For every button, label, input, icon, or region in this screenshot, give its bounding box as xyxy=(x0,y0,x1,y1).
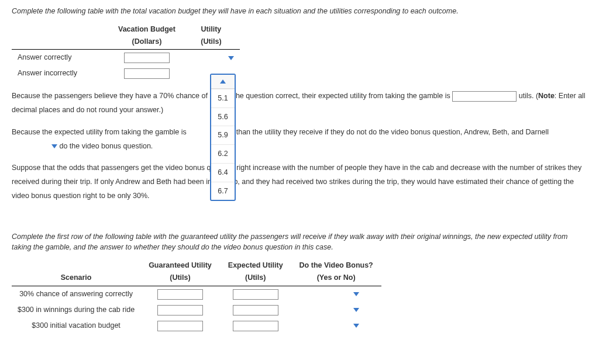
text-fragment: do the video bonus question. xyxy=(59,142,153,150)
row-answer-correctly: Answer correctly xyxy=(12,50,111,66)
dropdown-option[interactable]: 5.6 xyxy=(211,108,235,126)
dropdown-collapse-tab[interactable] xyxy=(211,75,235,89)
col-utility-sub: (Utils) xyxy=(183,36,240,50)
input-expected-utility[interactable] xyxy=(452,91,517,102)
col-guaranteed: Guaranteed Utility xyxy=(140,259,220,272)
dropdown-option[interactable]: 5.9 xyxy=(211,126,235,144)
col-scenario: Scenario xyxy=(12,272,140,286)
input-budget-correct[interactable] xyxy=(124,53,170,63)
note-label: Note xyxy=(538,92,555,100)
input-expected-1[interactable] xyxy=(233,305,278,316)
table-scenarios: Guaranteed Utility Expected Utility Do t… xyxy=(12,259,381,334)
text-fragment: utils. ( xyxy=(519,92,538,100)
dropdown-do-bonus-2[interactable] xyxy=(314,320,359,331)
instruction-2: Complete the first row of the following … xyxy=(12,231,587,254)
chevron-up-icon xyxy=(220,79,226,84)
col-expected-sub: (Utils) xyxy=(220,272,291,286)
scenario-label: $300 initial vacation budget xyxy=(12,318,140,334)
col-do-bonus: Do the Video Bonus? xyxy=(291,259,381,272)
input-guaranteed-0[interactable] xyxy=(157,289,203,300)
dropdown-do-bonus-1[interactable] xyxy=(314,304,359,316)
paragraph-expected-utility: Because the passengers believe they have… xyxy=(12,89,587,117)
dropdown-option[interactable]: 6.7 xyxy=(211,182,235,200)
input-budget-incorrect[interactable] xyxy=(124,68,170,79)
scenario-label: $300 in winnings during the cab ride xyxy=(12,302,140,318)
dropdown-utility-incorrect-menu[interactable]: 5.1 5.6 5.9 6.2 6.4 6.7 xyxy=(210,74,236,201)
input-expected-2[interactable] xyxy=(233,321,278,331)
table-row: 30% chance of answering correctly xyxy=(12,286,381,302)
chevron-down-icon xyxy=(228,56,234,60)
paragraph-comparison: Because the expected utility from taking… xyxy=(12,126,587,154)
instruction-1: Complete the following table with the to… xyxy=(12,6,587,17)
input-guaranteed-2[interactable] xyxy=(157,321,203,331)
col-vacation-budget-sub: (Dollars) xyxy=(111,36,183,50)
text-fragment: than the utility they receive if they do… xyxy=(236,128,549,136)
dropdown-do-bonus-0[interactable] xyxy=(314,289,359,300)
col-do-bonus-sub: (Yes or No) xyxy=(291,272,381,286)
dropdown-option[interactable]: 6.4 xyxy=(211,163,235,182)
chevron-down-icon xyxy=(51,144,57,148)
input-expected-0[interactable] xyxy=(233,289,278,300)
table-row: $300 in winnings during the cab ride xyxy=(12,302,381,318)
chevron-down-icon xyxy=(353,308,359,312)
text-fragment: Because the expected utility from taking… xyxy=(12,128,188,136)
row-answer-incorrectly: Answer incorrectly xyxy=(12,65,111,81)
dropdown-utility-correct[interactable] xyxy=(188,53,234,64)
chevron-down-icon xyxy=(353,292,359,296)
col-utility: Utility xyxy=(183,23,240,36)
paragraph-suppose: Suppose that the odds that passengers ge… xyxy=(12,161,587,203)
dropdown-decision[interactable] xyxy=(12,140,57,154)
col-vacation-budget: Vacation Budget xyxy=(111,23,183,36)
col-guaranteed-sub: (Utils) xyxy=(140,272,220,286)
col-expected: Expected Utility xyxy=(220,259,291,272)
table-row: $300 initial vacation budget xyxy=(12,318,381,334)
input-guaranteed-1[interactable] xyxy=(157,305,203,316)
dropdown-option[interactable]: 5.1 xyxy=(211,89,235,108)
table-budget-utility: Vacation Budget Utility (Dollars) (Utils… xyxy=(12,23,240,81)
scenario-label: 30% chance of answering correctly xyxy=(12,286,140,302)
chevron-down-icon xyxy=(353,324,359,328)
dropdown-option[interactable]: 6.2 xyxy=(211,144,235,163)
